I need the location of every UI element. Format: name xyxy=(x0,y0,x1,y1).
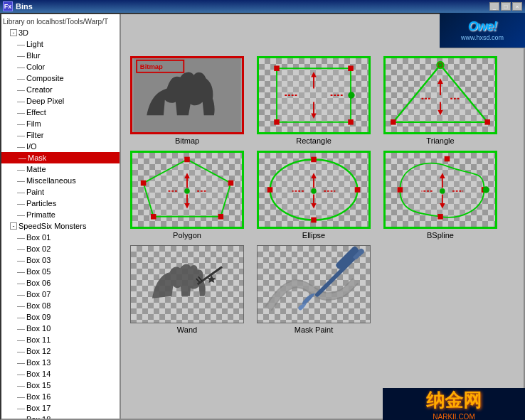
tool-preview-bitmap[interactable]: Bitmap xyxy=(130,56,244,134)
tool-preview-triangle[interactable] xyxy=(383,56,497,134)
svg-rect-43 xyxy=(267,187,273,193)
sidebar-item-box15[interactable]: — Box 15 xyxy=(1,379,120,391)
tool-label-polygon: Polygon xyxy=(173,231,201,239)
sidebar-item-composite[interactable]: — Composite xyxy=(1,72,120,84)
tool-label-bitmap: Bitmap xyxy=(175,136,199,145)
sidebar-item-miscellaneous[interactable]: — Miscellaneous xyxy=(1,175,120,186)
sidebar-label-effect: Effect xyxy=(26,108,46,117)
sidebar-item-mask[interactable]: — Mask xyxy=(1,152,120,163)
tool-item-mask-paint[interactable]: Mask Paint xyxy=(253,245,374,334)
tool-item-polygon[interactable]: Polygon xyxy=(127,151,248,239)
svg-rect-28 xyxy=(184,157,190,163)
tool-preview-wand[interactable] xyxy=(130,245,244,323)
tool-item-bitmap[interactable]: Bitmap Bitmap xyxy=(127,56,248,145)
sidebar-item-deep-pixel[interactable]: — Deep Pixel xyxy=(1,95,120,107)
tool-label-wand: Wand xyxy=(177,325,197,334)
svg-text:Bitmap: Bitmap xyxy=(140,63,163,70)
sidebar-item-3d[interactable]: - 3D xyxy=(1,27,120,38)
sidebar-item-box05[interactable]: — Box 05 xyxy=(1,266,120,277)
bottom-logo-text: 纳金网 NARKII.COM xyxy=(426,388,482,421)
logo-area: Owe! www.hxsd.com xyxy=(440,13,525,48)
tool-item-triangle[interactable]: Triangle xyxy=(380,56,501,145)
sidebar-item-io[interactable]: — I/O xyxy=(1,141,120,152)
expand-speedsix[interactable]: - xyxy=(10,222,17,230)
bottom-logo: 纳金网 NARKII.COM xyxy=(383,388,525,420)
sidebar-item-box06[interactable]: — Box 06 xyxy=(1,277,120,289)
sidebar-item-filter[interactable]: — Filter xyxy=(1,129,120,141)
content-area: Bitmap Bitmap xyxy=(121,14,524,419)
sidebar-item-box13[interactable]: — Box 13 xyxy=(1,357,120,368)
svg-rect-7 xyxy=(348,119,354,125)
sidebar-item-creator[interactable]: — Creator xyxy=(1,84,120,95)
tool-item-ellipse[interactable]: Ellipse xyxy=(253,151,374,239)
sidebar-label-box11: Box 11 xyxy=(26,335,51,344)
sidebar-item-box07[interactable]: — Box 07 xyxy=(1,289,120,300)
sidebar-item-box12[interactable]: — Box 12 xyxy=(1,345,120,357)
triangle-preview-svg xyxy=(386,58,495,132)
tool-item-rectangle[interactable]: Rectangle xyxy=(253,56,374,145)
tool-preview-ellipse[interactable] xyxy=(257,151,371,229)
sidebar-label-box01: Box 01 xyxy=(26,233,51,242)
polygon-preview-svg xyxy=(132,153,242,227)
sidebar-item-film[interactable]: — Film xyxy=(1,118,120,129)
tool-label-rectangle: Rectangle xyxy=(296,136,332,145)
sidebar-item-box02[interactable]: — Box 02 xyxy=(1,243,120,254)
sidebar-item-speedsix[interactable]: - SpeedSix Monsters xyxy=(1,220,120,232)
svg-point-51 xyxy=(311,188,317,194)
sidebar-item-light[interactable]: — Light xyxy=(1,38,120,50)
sidebar-label-matte: Matte xyxy=(26,165,46,173)
sidebar-label-miscellaneous: Miscellaneous xyxy=(26,176,76,185)
sidebar-item-paint[interactable]: — Paint xyxy=(1,186,120,198)
sidebar-label-box16: Box 16 xyxy=(26,392,51,401)
sidebar-label-box05: Box 05 xyxy=(26,267,51,276)
sidebar-item-primatte[interactable]: — Primatte xyxy=(1,209,120,220)
sidebar[interactable]: Library on localhost/Tools/Warp/T - 3D —… xyxy=(1,14,121,419)
sidebar-label-filter: Filter xyxy=(26,131,43,139)
sidebar-label-composite: Composite xyxy=(26,74,64,82)
svg-rect-6 xyxy=(274,119,280,125)
sidebar-label-box13: Box 13 xyxy=(26,358,51,367)
sidebar-label-mask: Mask xyxy=(28,154,46,162)
maximize-button[interactable]: □ xyxy=(501,2,511,11)
sidebar-item-box17[interactable]: — Box 17 xyxy=(1,402,120,414)
tool-label-bspline: BSpline xyxy=(427,231,454,239)
sidebar-item-effect[interactable]: — Effect xyxy=(1,107,120,118)
bspline-preview-svg xyxy=(386,153,495,227)
title-bar: Fx Bins _ □ × xyxy=(0,0,525,13)
sidebar-item-box01[interactable]: — Box 01 xyxy=(1,232,120,243)
sidebar-item-blur[interactable]: — Blur xyxy=(1,50,120,61)
tool-item-bspline[interactable]: BSpline xyxy=(380,151,501,239)
expand-3d[interactable]: - xyxy=(10,29,17,36)
sidebar-label-box17: Box 17 xyxy=(26,404,51,412)
tool-preview-polygon[interactable] xyxy=(130,151,244,229)
sidebar-item-box16[interactable]: — Box 16 xyxy=(1,391,120,402)
sidebar-item-matte[interactable]: — Matte xyxy=(1,163,120,175)
sidebar-label-box09: Box 09 xyxy=(26,313,51,321)
sidebar-item-color[interactable]: — Color xyxy=(1,61,120,72)
sidebar-label-box10: Box 10 xyxy=(26,324,51,333)
sidebar-label-box02: Box 02 xyxy=(26,244,51,253)
sidebar-item-box03[interactable]: — Box 03 xyxy=(1,254,120,266)
tool-preview-bspline[interactable] xyxy=(383,151,497,229)
sidebar-label-box14: Box 14 xyxy=(26,370,51,378)
sidebar-item-box18[interactable]: — Box 18 xyxy=(1,414,120,419)
tool-preview-rectangle[interactable] xyxy=(257,56,371,134)
sidebar-item-box09[interactable]: — Box 09 xyxy=(1,311,120,323)
tool-preview-mask-paint[interactable] xyxy=(257,245,371,323)
sidebar-label-box18: Box 18 xyxy=(26,415,51,419)
minimize-button[interactable]: _ xyxy=(489,2,499,11)
app-icon: Fx xyxy=(3,1,13,11)
wand-preview-svg xyxy=(131,246,243,323)
sidebar-label-particles: Particles xyxy=(26,199,56,208)
tool-item-wand[interactable]: Wand xyxy=(127,245,248,334)
close-button[interactable]: × xyxy=(512,2,522,11)
sidebar-item-particles[interactable]: — Particles xyxy=(1,198,120,209)
sidebar-item-box08[interactable]: — Box 08 xyxy=(1,300,120,311)
sidebar-item-box11[interactable]: — Box 11 xyxy=(1,334,120,345)
svg-rect-17 xyxy=(484,119,490,125)
sidebar-item-box14[interactable]: — Box 14 xyxy=(1,368,120,379)
sidebar-item-box10[interactable]: — Box 10 xyxy=(1,323,120,334)
sidebar-label-box08: Box 08 xyxy=(26,301,51,310)
svg-rect-4 xyxy=(274,65,280,71)
window-controls[interactable]: _ □ × xyxy=(489,2,522,11)
